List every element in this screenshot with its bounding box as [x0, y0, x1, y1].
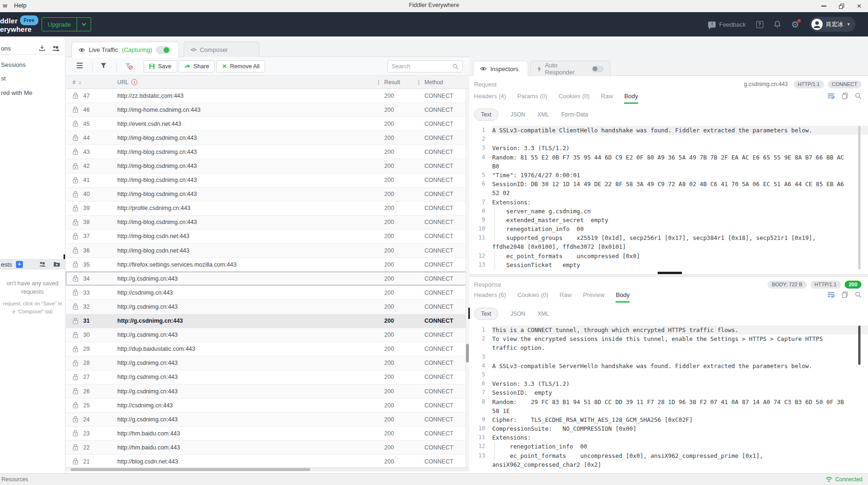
auto-responder-toggle[interactable]	[592, 66, 603, 72]
import-sessions-icon[interactable]	[39, 45, 45, 51]
table-row[interactable]: 24 http://g.csdnimg.cn:443 200 CONNECT	[66, 413, 469, 427]
table-row[interactable]: 26 http://g.csdnimg.cn:443 200 CONNECT	[66, 384, 469, 398]
notifications-button[interactable]	[774, 21, 781, 28]
table-row[interactable]: 37 http://img-blog.csdn.net:443 200 CONN…	[66, 230, 469, 244]
line-text: ec_point_formats uncompressed [0x0]	[492, 252, 868, 261]
tab-live-traffic[interactable]: Live Traffic (Capturing)	[72, 42, 179, 58]
upgrade-button[interactable]: Upgrade	[42, 17, 91, 31]
tab-response-body[interactable]: Body	[616, 291, 630, 303]
table-row[interactable]: 45 http://event.csdn.net:443 200 CONNECT	[66, 117, 469, 131]
scrollbar-thumb[interactable]	[466, 344, 469, 362]
feedback-button[interactable]: ! Feedback	[708, 21, 746, 28]
sidebar-item-sessions[interactable]: Sessions	[1, 61, 26, 68]
tab-composer[interactable]: </> Composer	[184, 42, 259, 58]
table-row[interactable]: 46 http://img-home.csdnimg.cn:443 200 CO…	[66, 103, 469, 117]
settings-button[interactable]: ⚙	[791, 20, 799, 29]
shared-sessions-icon[interactable]	[52, 45, 59, 51]
tab-request-cookies[interactable]: Cookies (0)	[559, 93, 589, 104]
filter-icon[interactable]	[100, 63, 107, 69]
subtab-xml[interactable]: XML	[538, 311, 549, 317]
capture-toggle[interactable]	[156, 46, 170, 54]
statusbar-left-fragment[interactable]: Resources	[1, 476, 28, 483]
column-num[interactable]: # ↓	[72, 79, 117, 86]
sidebar-item-shared-with-me[interactable]: red with Me	[1, 89, 32, 96]
request-vertical-scrollbar[interactable]	[858, 126, 861, 269]
table-row[interactable]: 33 http://csdnimg.cn:443 200 CONNECT	[66, 286, 469, 300]
table-row[interactable]: 22 http://hm.baidu.com:443 200 CONNECT	[66, 441, 469, 455]
help-button[interactable]: ?	[756, 21, 763, 28]
pane-resize-handle[interactable]	[468, 308, 470, 319]
row-number: 46	[83, 107, 90, 113]
subtab-json[interactable]: JSON	[510, 311, 525, 317]
response-body-editor[interactable]: 1 This is a CONNECT tunnel, through whic…	[469, 326, 868, 471]
search-icon[interactable]	[855, 291, 861, 298]
scrollbar-thumb[interactable]	[71, 468, 310, 471]
request-response-divider[interactable]	[469, 274, 868, 277]
row-result: 200	[384, 121, 413, 127]
tab-response-preview[interactable]: Preview	[583, 291, 604, 303]
table-row[interactable]: 27 http://g.csdnimg.cn:443 200 CONNECT	[66, 370, 469, 384]
user-menu[interactable]: 肖宏冰 ▼	[810, 17, 855, 32]
tab-response-headers[interactable]: Headers (6)	[474, 291, 506, 303]
tab-request-headers[interactable]: Headers (4)	[474, 93, 506, 104]
table-row[interactable]: 43 http://img-blog.csdnimg.cn:443 200 CO…	[66, 145, 469, 159]
table-row[interactable]: 42 http://img-blog.csdnimg.cn:443 200 CO…	[66, 159, 469, 173]
table-row[interactable]: 31 http://g.csdnimg.cn:443 200 CONNECT	[66, 314, 469, 328]
clear-filter-icon[interactable]	[125, 63, 131, 69]
request-body-editor[interactable]: 1 A SSLv3-compatible ClientHello handsha…	[469, 126, 868, 270]
table-row[interactable]: 32 http://g.csdnimg.cn:443 200 CONNECT	[66, 300, 469, 314]
tab-inspectors[interactable]: Inspectors	[473, 61, 528, 76]
column-url[interactable]: URL !	[117, 79, 373, 86]
table-row[interactable]: 28 http://g.csdnimg.cn:443 200 CONNECT	[66, 356, 469, 370]
columns-menu-icon[interactable]	[77, 63, 83, 68]
table-row[interactable]: 29 http://dup.baidustatic.com:443 200 CO…	[66, 342, 469, 356]
url-column-menu[interactable]: ⋮	[373, 79, 384, 86]
tab-request-params[interactable]: Params (0)	[517, 93, 547, 104]
copy-icon[interactable]	[842, 93, 848, 99]
tab-request-body[interactable]: Body	[624, 93, 638, 104]
table-row[interactable]: 23 http://hm.baidu.com:443 200 CONNECT	[66, 427, 469, 441]
column-result[interactable]: Result	[384, 79, 413, 86]
tab-auto-responder[interactable]: Auto Responder	[530, 61, 610, 76]
subtab-text[interactable]: Text	[474, 308, 498, 320]
close-button[interactable]: ✕	[850, 0, 868, 12]
table-row[interactable]: 38 http://img-blog.csdnimg.cn:443 200 CO…	[66, 216, 469, 230]
shared-requests-icon[interactable]	[39, 261, 46, 267]
sidebar-item-fragment[interactable]: st	[1, 75, 6, 82]
subtab-json[interactable]: JSON	[510, 111, 525, 118]
copy-icon[interactable]	[842, 291, 848, 298]
search-icon[interactable]	[855, 93, 861, 99]
tab-response-raw[interactable]: Raw	[560, 291, 572, 303]
result-column-menu[interactable]: ⋮	[413, 79, 424, 86]
table-horizontal-scrollbar[interactable]	[66, 467, 469, 471]
search-input[interactable]	[392, 63, 452, 70]
table-row[interactable]: 34 http://g.csdnimg.cn:443 200 CONNECT	[66, 272, 469, 286]
table-row[interactable]: 30 http://g.csdnimg.cn:443 200 CONNECT	[66, 328, 469, 342]
table-row[interactable]: 39 http://profile.csdnimg.cn:443 200 CON…	[66, 202, 469, 216]
response-vertical-scrollbar[interactable]	[858, 326, 861, 365]
table-row[interactable]: 35 http://firefox.settings.services.mozi…	[66, 258, 469, 272]
table-row[interactable]: 47 http://zz.bdstatic.com:443 200 CONNEC…	[66, 89, 469, 103]
table-row[interactable]: 36 http://img-blog.csdn.net:443 200 CONN…	[66, 244, 469, 258]
minimize-button[interactable]	[815, 0, 832, 12]
word-wrap-icon[interactable]	[827, 292, 835, 297]
subtab-form-data[interactable]: Form-Data	[561, 111, 588, 118]
word-wrap-icon[interactable]	[827, 93, 835, 99]
column-method[interactable]: Method	[424, 79, 465, 86]
table-row[interactable]: 40 http://img-blog.csdnimg.cn:443 200 CO…	[66, 188, 469, 202]
table-row[interactable]: 44 http://img-blog.csdnimg.cn:443 200 CO…	[66, 131, 469, 145]
upgrade-dropdown[interactable]	[77, 18, 91, 31]
add-request-button[interactable]: +	[16, 261, 23, 268]
subtab-text[interactable]: Text	[474, 109, 498, 121]
restore-button[interactable]	[832, 0, 850, 12]
tab-request-raw[interactable]: Raw	[601, 93, 613, 104]
remove-all-button[interactable]: ✕ Remove All	[216, 60, 265, 72]
share-button[interactable]: Share	[179, 60, 215, 72]
subtab-xml[interactable]: XML	[538, 111, 549, 118]
table-vertical-scrollbar[interactable]	[466, 89, 469, 469]
new-folder-icon[interactable]	[53, 261, 60, 267]
save-button[interactable]: Save	[143, 60, 177, 72]
table-row[interactable]: 41 http://img-blog.csdnimg.cn:443 200 CO…	[66, 174, 469, 188]
tab-response-cookies[interactable]: Cookies (0)	[517, 291, 548, 303]
table-row[interactable]: 25 http://csdnimg.cn:443 200 CONNECT	[66, 398, 469, 413]
